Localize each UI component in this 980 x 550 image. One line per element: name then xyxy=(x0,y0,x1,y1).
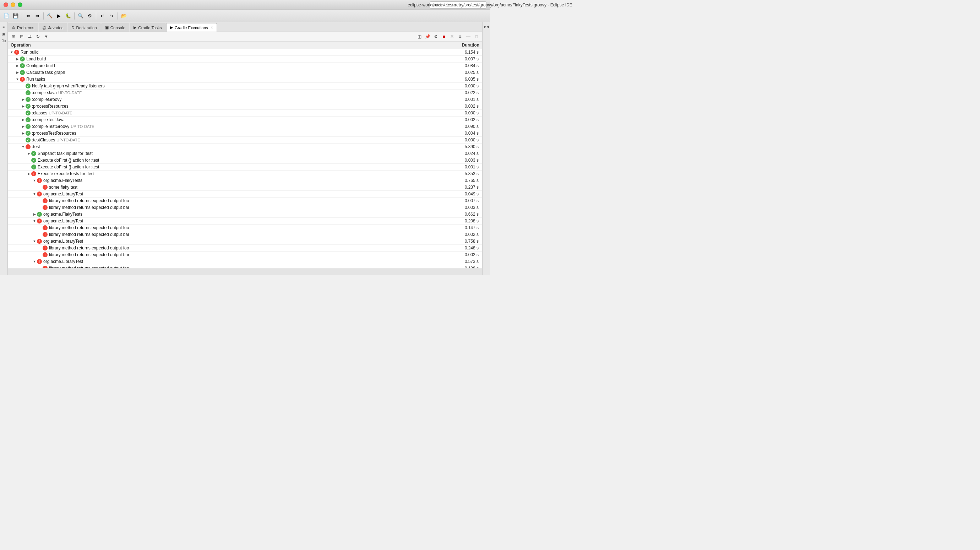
expand-icon[interactable] xyxy=(38,185,43,190)
expand-icon[interactable]: ▶ xyxy=(26,151,31,156)
table-row[interactable]: !library method returns expected output … xyxy=(8,204,482,211)
expand-icon[interactable]: ▶ xyxy=(21,104,25,109)
expand-icon[interactable] xyxy=(21,83,25,88)
monitor-button[interactable]: ◫ xyxy=(416,33,423,40)
stop-button[interactable]: ■ xyxy=(440,33,447,40)
expand-icon[interactable] xyxy=(38,198,43,203)
tab-problems[interactable]: ⚠ Problems xyxy=(8,23,38,32)
tab-console[interactable]: ▣ Console xyxy=(101,23,129,32)
refresh-button[interactable]: ↻ xyxy=(35,33,41,40)
table-row[interactable]: ▶✓:compileTestJava0.002 s xyxy=(8,116,482,123)
expand-icon[interactable]: ▶ xyxy=(15,70,20,75)
expand-icon[interactable]: ▶ xyxy=(21,117,25,122)
expand-icon[interactable] xyxy=(38,252,43,257)
table-row[interactable]: ▼!Run tasks6.035 s xyxy=(8,76,482,83)
view-menu-button[interactable]: ≡ xyxy=(457,33,464,40)
table-row[interactable]: ▶✓Load build0.007 s xyxy=(8,56,482,62)
expand-icon[interactable] xyxy=(21,110,25,115)
table-row[interactable]: ✓:testClassesUP-TO-DATE0.000 s xyxy=(8,137,482,143)
expand-icon[interactable] xyxy=(26,158,31,163)
expand-icon[interactable] xyxy=(21,137,25,142)
table-row[interactable]: !library method returns expected output … xyxy=(8,252,482,258)
filter-button[interactable]: ▼ xyxy=(43,33,50,40)
table-row[interactable]: ▶✓:processResources0.002 s xyxy=(8,103,482,110)
open-file-button[interactable]: 📂 xyxy=(120,12,128,20)
close-button[interactable] xyxy=(3,3,8,7)
table-row[interactable]: ▶✓Snapshot task inputs for :test0.024 s xyxy=(8,150,482,157)
expand-icon[interactable]: ▶ xyxy=(15,56,20,61)
minimize-view-button[interactable]: — xyxy=(465,33,472,40)
table-row[interactable]: !library method returns expected output … xyxy=(8,265,482,268)
table-row[interactable]: !library method returns expected output … xyxy=(8,231,482,238)
table-row[interactable]: ▶✓org.acme.FlakyTests0.662 s xyxy=(8,211,482,218)
expand-icon[interactable]: ▼ xyxy=(32,259,37,264)
toolbar-btn-6[interactable]: 🔍 xyxy=(76,12,85,20)
expand-icon[interactable] xyxy=(38,246,43,250)
tab-gradle-tasks[interactable]: ▶ Gradle Tasks xyxy=(130,23,166,32)
expand-icon[interactable] xyxy=(26,164,31,169)
settings-button[interactable]: ⚙ xyxy=(432,33,439,40)
side-icon-1[interactable]: ≡ xyxy=(1,24,7,30)
toolbar-btn-8[interactable]: ↩ xyxy=(98,12,107,20)
expand-icon[interactable]: ▶ xyxy=(21,131,25,136)
expand-icon[interactable]: ▶ xyxy=(26,171,31,176)
remove-button[interactable]: ✕ xyxy=(449,33,455,40)
toolbar-btn-5[interactable]: 🔨 xyxy=(45,12,54,20)
new-button[interactable]: 📄 xyxy=(2,12,11,20)
maximize-button[interactable] xyxy=(18,3,22,7)
expand-icon[interactable]: ▶ xyxy=(15,63,20,68)
table-row[interactable]: ▼!Run build6.154 s xyxy=(8,49,482,56)
table-row[interactable]: ▶✓:compileTestGroovyUP-TO-DATE0.090 s xyxy=(8,123,482,130)
expand-icon[interactable]: ▼ xyxy=(32,178,37,183)
toolbar-btn-2[interactable]: 💾 xyxy=(11,12,20,20)
table-row[interactable]: ▼!org.acme.LibraryTest0.049 s xyxy=(8,191,482,198)
table-row[interactable]: ✓Execute doFirst {} action for :test0.00… xyxy=(8,157,482,164)
run-button[interactable]: ▶ xyxy=(55,12,63,20)
side-icon-Ju[interactable]: Ju xyxy=(1,38,7,44)
tab-close-icon[interactable]: × xyxy=(211,26,213,29)
table-row[interactable]: ✓:compileJavaUP-TO-DATE0.022 s xyxy=(8,89,482,96)
table-row[interactable]: ▶✓Calculate task graph0.025 s xyxy=(8,69,482,76)
window-controls[interactable] xyxy=(3,3,22,7)
expand-all-button[interactable]: ⊞ xyxy=(10,33,17,40)
expand-icon[interactable]: ▼ xyxy=(21,144,25,149)
table-row[interactable]: ▼!org.acme.LibraryTest0.573 s xyxy=(8,258,482,265)
table-row[interactable]: ▶✓:compileGroovy0.001 s xyxy=(8,96,482,103)
expand-icon[interactable] xyxy=(38,205,43,210)
expand-icon[interactable]: ▶ xyxy=(21,124,25,129)
expand-icon[interactable]: ▶ xyxy=(32,212,37,217)
table-row[interactable]: ✓Execute doFirst {} action for :test0.00… xyxy=(8,164,482,171)
table-row[interactable]: !some flaky test0.237 s xyxy=(8,184,482,191)
maximize-view-button[interactable]: □ xyxy=(473,33,480,40)
table-row[interactable]: ▶✓:processTestResources0.004 s xyxy=(8,130,482,137)
expand-icon[interactable] xyxy=(21,90,25,95)
right-side-icon-1[interactable]: ▶◀ xyxy=(483,24,490,30)
expand-icon[interactable]: ▼ xyxy=(32,218,37,223)
tab-gradle-exec[interactable]: ▶ Gradle Executions × xyxy=(166,23,217,32)
toolbar-btn-4[interactable]: ➡ xyxy=(33,12,41,20)
toolbar-btn-9[interactable]: ↪ xyxy=(107,12,116,20)
expand-icon[interactable]: ▼ xyxy=(32,191,37,196)
expand-icon[interactable]: ▼ xyxy=(15,77,20,82)
pin-button[interactable]: 📌 xyxy=(424,33,431,40)
table-row[interactable]: !library method returns expected output … xyxy=(8,245,482,252)
table-row[interactable]: !library method returns expected output … xyxy=(8,198,482,204)
collapse-all-button[interactable]: ⊟ xyxy=(18,33,25,40)
table-row[interactable]: ▼!org.acme.LibraryTest0.758 s xyxy=(8,238,482,245)
minimize-button[interactable] xyxy=(11,3,15,7)
table-row[interactable]: ▼!org.acme.FlakyTests0.765 s xyxy=(8,177,482,184)
expand-icon[interactable]: ▶ xyxy=(21,97,25,102)
expand-icon[interactable] xyxy=(38,232,43,237)
side-icon-2[interactable]: ▣ xyxy=(1,30,7,37)
table-row[interactable]: ✓Notify task graph whenReady listeners0.… xyxy=(8,83,482,89)
tab-declaration[interactable]: D Declaration xyxy=(68,23,101,32)
debug-button[interactable]: 🐛 xyxy=(64,12,72,20)
table-row[interactable]: !library method returns expected output … xyxy=(8,225,482,231)
expand-icon[interactable]: ▼ xyxy=(9,50,14,55)
expand-icon[interactable]: ▼ xyxy=(32,239,37,244)
link-button[interactable]: ⇄ xyxy=(26,33,33,40)
tab-javadoc[interactable]: @ Javadoc xyxy=(39,23,67,32)
table-row[interactable]: ▼!org.acme.LibraryTest0.208 s xyxy=(8,218,482,225)
table-row[interactable]: ✓:classesUP-TO-DATE0.000 s xyxy=(8,110,482,116)
table-row[interactable]: ▶!Execute executeTests for :test5.853 s xyxy=(8,171,482,177)
